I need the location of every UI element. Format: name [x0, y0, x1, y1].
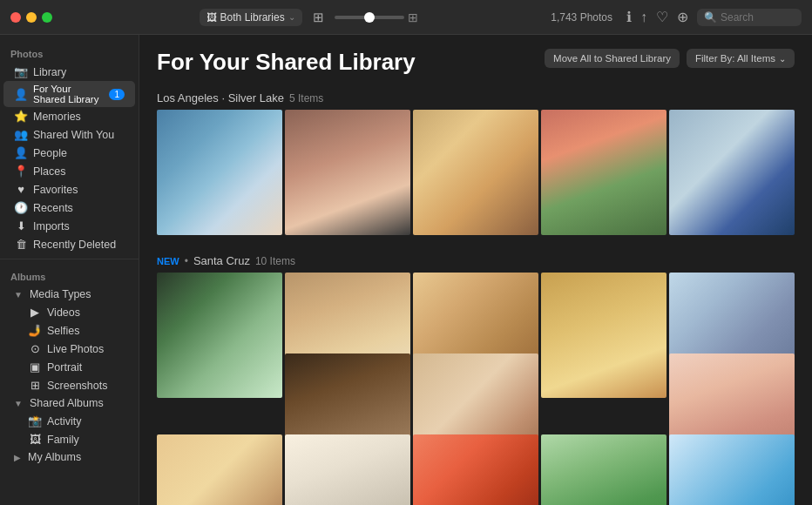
action-buttons: Move All to Shared Library Filter By: Al… — [545, 49, 795, 68]
filter-button[interactable]: Filter By: All Items ⌄ — [687, 49, 795, 68]
recents-icon: 🕐 — [14, 201, 28, 214]
sidebar-label-people: People — [33, 147, 67, 159]
santa-cruz-second-row — [157, 434, 795, 505]
page-title: For Your Shared Library — [157, 49, 416, 76]
sidebar-item-shared-with-you[interactable]: 👥 Shared With You — [3, 125, 135, 144]
photo-cell[interactable] — [541, 273, 667, 398]
share-icon[interactable]: ↑ — [640, 10, 647, 25]
content-header: For Your Shared Library Move All to Shar… — [157, 49, 795, 81]
sidebar-item-videos[interactable]: ▶ Videos — [3, 303, 135, 321]
sidebar-item-people[interactable]: 👤 People — [3, 144, 135, 162]
people-icon: 👤 — [14, 146, 28, 159]
sidebar-label-shared-library: For Your Shared Library — [33, 84, 104, 104]
sidebar-item-library[interactable]: 📷 Library — [3, 63, 135, 81]
photo-cell[interactable] — [157, 110, 282, 235]
section-santa-cruz: NEW • Santa Cruz 10 Items — [157, 254, 795, 505]
sidebar-item-recently-deleted[interactable]: 🗑 Recently Deleted — [3, 235, 135, 253]
sidebar-label-shared-with-you: Shared With You — [33, 129, 114, 141]
sidebar-label-places: Places — [33, 165, 66, 178]
santa-cruz-row2-grid — [157, 434, 795, 505]
sidebar-label-library: Library — [33, 66, 66, 78]
close-button[interactable] — [10, 12, 21, 23]
portrait-icon: ▣ — [28, 360, 42, 374]
sidebar-item-recents[interactable]: 🕐 Recents — [3, 199, 135, 217]
memories-icon: ⭐ — [14, 110, 28, 123]
favorite-icon[interactable]: ♡ — [656, 9, 668, 25]
sidebar-item-shared-library[interactable]: 👤 For Your Shared Library 1 — [3, 81, 135, 107]
santa-cruz-count: 10 Items — [255, 255, 295, 267]
sidebar-item-live-photos[interactable]: ⊙ Live Photos — [3, 340, 135, 358]
sidebar-item-selfies[interactable]: 🤳 Selfies — [3, 321, 135, 340]
places-icon: 📍 — [14, 165, 28, 178]
view-options-icon[interactable]: ⊞ — [313, 10, 324, 25]
sidebar-item-media-types[interactable]: ▼ Media Types — [3, 286, 135, 303]
photo-cell[interactable] — [157, 434, 282, 505]
los-angeles-photo-grid — [157, 110, 795, 240]
sidebar-label-activity: Activity — [47, 415, 82, 428]
sidebar-label-recently-deleted: Recently Deleted — [33, 239, 116, 251]
add-icon[interactable]: ⊕ — [677, 9, 688, 25]
photo-count: 1,743 Photos — [551, 11, 612, 24]
library-picker-label: Both Libraries — [220, 11, 285, 24]
photo-cell[interactable] — [285, 434, 410, 505]
sidebar-item-memories[interactable]: ⭐ Memories — [3, 107, 135, 125]
title-bar: 🖼 Both Libraries ⌄ ⊞ ⊞ 1,743 Photos ℹ ↑ … — [0, 0, 812, 35]
sidebar-item-portrait[interactable]: ▣ Portrait — [3, 358, 135, 376]
photo-cell[interactable] — [541, 110, 667, 235]
sidebar-item-shared-albums[interactable]: ▼ Shared Albums — [3, 394, 135, 412]
sidebar: Photos 📷 Library 👤 For Your Shared Libra… — [0, 35, 139, 505]
library-icon: 📷 — [14, 65, 28, 78]
sidebar-label-videos: Videos — [47, 306, 80, 319]
zoom-end-icon: ⊞ — [408, 10, 418, 24]
sidebar-item-imports[interactable]: ⬇ Imports — [3, 217, 135, 235]
imports-icon: ⬇ — [14, 219, 28, 232]
santa-cruz-location: Santa Cruz — [193, 254, 250, 267]
fullscreen-button[interactable] — [42, 12, 52, 23]
zoom-slider[interactable]: ⊞ — [335, 10, 418, 24]
photos-section-label: Photos — [0, 42, 139, 63]
sidebar-label-live-photos: Live Photos — [47, 343, 104, 355]
photo-cell[interactable] — [157, 273, 282, 398]
photo-cell[interactable] — [413, 434, 538, 505]
content-area: For Your Shared Library Move All to Shar… — [139, 35, 812, 505]
santa-cruz-photo-grid — [157, 273, 795, 432]
sidebar-label-imports: Imports — [33, 220, 70, 232]
sidebar-label-favorites: Favorites — [33, 184, 78, 196]
sidebar-item-activity[interactable]: 📸 Activity — [3, 412, 135, 430]
shared-library-badge: 1 — [109, 89, 125, 100]
section-items-count: 5 Items — [289, 92, 323, 104]
live-photos-icon: ⊙ — [28, 342, 42, 355]
sidebar-item-my-albums[interactable]: ▶ My Albums — [3, 448, 135, 466]
sidebar-label-family: Family — [47, 434, 79, 446]
shared-albums-label: Shared Albums — [30, 397, 104, 409]
shared-albums-triangle: ▼ — [14, 399, 23, 408]
info-icon[interactable]: ℹ — [626, 9, 632, 25]
traffic-lights — [10, 12, 52, 23]
sidebar-item-places[interactable]: 📍 Places — [3, 162, 135, 180]
sidebar-item-screenshots[interactable]: ⊞ Screenshots — [3, 376, 135, 394]
sidebar-item-family[interactable]: 🖼 Family — [3, 430, 135, 448]
photo-cell[interactable] — [413, 110, 538, 235]
shared-library-icon: 👤 — [14, 88, 28, 101]
photo-cell[interactable] — [285, 110, 410, 235]
search-bar[interactable]: 🔍 — [697, 9, 802, 26]
videos-icon: ▶ — [28, 306, 42, 319]
media-types-triangle: ▼ — [14, 290, 23, 300]
filter-label: Filter By: All Items — [695, 53, 775, 64]
move-all-button[interactable]: Move All to Shared Library — [545, 49, 680, 68]
albums-section-label: Albums — [0, 265, 139, 286]
section-header-santa-cruz: NEW • Santa Cruz 10 Items — [157, 254, 795, 267]
minimize-button[interactable] — [26, 12, 37, 23]
section-location-label: Los Angeles · Silver Lake — [157, 91, 284, 104]
family-icon: 🖼 — [28, 433, 42, 446]
selfies-icon: 🤳 — [28, 324, 42, 337]
shared-with-you-icon: 👥 — [14, 128, 28, 141]
photo-cell[interactable] — [669, 434, 795, 505]
sidebar-item-favorites[interactable]: ♥ Favorites — [3, 180, 135, 199]
photo-cell[interactable] — [669, 110, 795, 235]
photo-cell[interactable] — [541, 434, 667, 505]
search-input[interactable] — [721, 11, 799, 24]
media-types-label: Media Types — [30, 288, 91, 300]
sidebar-label-memories: Memories — [33, 111, 81, 123]
library-picker[interactable]: 🖼 Both Libraries ⌄ — [200, 9, 302, 26]
